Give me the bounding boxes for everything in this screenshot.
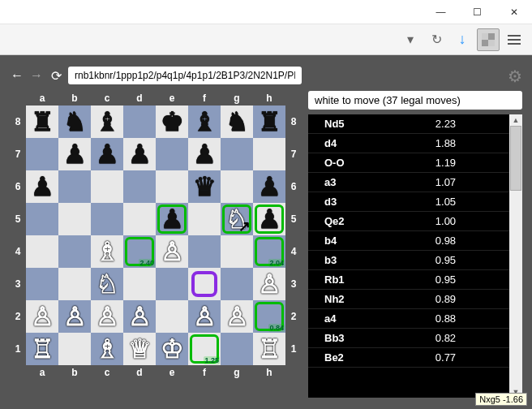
square-f6[interactable]: ♛ bbox=[188, 170, 221, 203]
white-r-piece[interactable]: ♖ bbox=[255, 334, 284, 364]
square-b4[interactable] bbox=[58, 235, 91, 268]
square-d5[interactable] bbox=[123, 203, 156, 235]
move-row[interactable]: Qe21.00 bbox=[308, 212, 509, 231]
square-b3[interactable] bbox=[58, 268, 91, 300]
black-p-piece[interactable]: ♟ bbox=[92, 140, 122, 169]
window-maximize-button[interactable]: ☐ bbox=[459, 0, 496, 24]
settings-gear-icon[interactable]: ⚙ bbox=[508, 67, 522, 86]
square-e2[interactable] bbox=[156, 300, 188, 333]
menu-icon[interactable] bbox=[503, 28, 526, 51]
nav-back-button[interactable]: ← bbox=[10, 68, 24, 83]
square-g2[interactable]: ♙ bbox=[221, 300, 253, 333]
square-g5[interactable]: ♘↖ bbox=[221, 203, 253, 235]
square-d4[interactable]: 2.40 bbox=[123, 235, 156, 268]
square-f5[interactable] bbox=[188, 203, 221, 235]
black-p-piece[interactable]: ♟ bbox=[28, 172, 57, 201]
white-n-piece[interactable]: ♘ bbox=[222, 204, 251, 234]
black-k-piece[interactable]: ♚ bbox=[157, 107, 187, 136]
square-g7[interactable] bbox=[221, 138, 253, 170]
nav-forward-button[interactable]: → bbox=[29, 68, 44, 83]
square-g4[interactable] bbox=[221, 235, 253, 268]
black-p-piece[interactable]: ♟ bbox=[255, 172, 284, 201]
chess-board[interactable]: abcdefgh8♜♞♝♚♝♞♜87♟♟♟♟76♟♛♟65♟♘↖♟54♗2.40… bbox=[10, 91, 300, 380]
square-h3[interactable]: ♙ bbox=[253, 268, 285, 300]
move-row[interactable]: Be20.77 bbox=[308, 348, 509, 368]
moves-scrollbar[interactable]: ▲ ▼ bbox=[509, 114, 522, 398]
square-c7[interactable]: ♟ bbox=[91, 138, 123, 170]
window-minimize-button[interactable]: — bbox=[423, 0, 459, 24]
moves-list[interactable]: Nd52.23d41.88O-O1.19a31.07d31.05Qe21.00b… bbox=[308, 114, 509, 398]
square-e8[interactable]: ♚ bbox=[156, 105, 188, 138]
square-g8[interactable]: ♞ bbox=[221, 105, 253, 138]
white-p-piece[interactable]: ♙ bbox=[125, 302, 154, 331]
square-h5[interactable]: ♟ bbox=[253, 203, 285, 235]
square-f2[interactable]: ♙ bbox=[188, 300, 221, 333]
square-e6[interactable] bbox=[156, 170, 188, 203]
square-f4[interactable] bbox=[188, 235, 221, 268]
square-a4[interactable] bbox=[26, 235, 58, 268]
black-p-piece[interactable]: ♟ bbox=[125, 140, 154, 169]
square-f8[interactable]: ♝ bbox=[188, 105, 221, 138]
square-c5[interactable] bbox=[91, 203, 123, 235]
white-k-piece[interactable]: ♔ bbox=[157, 334, 187, 364]
square-h7[interactable] bbox=[253, 138, 285, 170]
square-b7[interactable]: ♟ bbox=[58, 138, 91, 170]
window-close-button[interactable]: ✕ bbox=[496, 0, 532, 24]
square-d1[interactable]: ♕ bbox=[123, 333, 156, 365]
black-p-piece[interactable]: ♟ bbox=[255, 204, 284, 234]
reload-icon[interactable]: ↻ bbox=[425, 28, 448, 51]
square-h2[interactable]: 0.84 bbox=[253, 300, 285, 333]
black-p-piece[interactable]: ♟ bbox=[60, 140, 89, 169]
square-c1[interactable]: ♗ bbox=[91, 333, 123, 365]
black-b-piece[interactable]: ♝ bbox=[190, 107, 219, 136]
move-row[interactable]: b40.98 bbox=[308, 231, 509, 251]
white-n-piece[interactable]: ♘ bbox=[92, 269, 122, 299]
black-p-piece[interactable]: ♟ bbox=[190, 140, 219, 169]
square-h1[interactable]: ♖ bbox=[253, 333, 285, 365]
move-row[interactable]: b30.95 bbox=[308, 251, 509, 270]
square-d6[interactable] bbox=[123, 170, 156, 203]
white-p-piece[interactable]: ♙ bbox=[157, 237, 187, 266]
move-row[interactable]: Nd52.23 bbox=[308, 114, 509, 134]
square-e7[interactable] bbox=[156, 138, 188, 170]
square-a7[interactable] bbox=[26, 138, 58, 170]
black-n-piece[interactable]: ♞ bbox=[222, 107, 251, 136]
scroll-up-icon[interactable]: ▲ bbox=[509, 114, 522, 126]
move-row[interactable]: a40.88 bbox=[308, 309, 509, 329]
square-f3[interactable] bbox=[188, 268, 221, 300]
square-f7[interactable]: ♟ bbox=[188, 138, 221, 170]
square-c4[interactable]: ♗ bbox=[91, 235, 123, 268]
black-n-piece[interactable]: ♞ bbox=[60, 107, 89, 136]
square-b2[interactable]: ♙ bbox=[58, 300, 91, 333]
square-g3[interactable] bbox=[221, 268, 253, 300]
black-b-piece[interactable]: ♝ bbox=[92, 107, 122, 136]
square-a3[interactable] bbox=[26, 268, 58, 300]
square-a2[interactable]: ♙ bbox=[26, 300, 58, 333]
square-a8[interactable]: ♜ bbox=[26, 105, 58, 138]
move-row[interactable]: Nh20.89 bbox=[308, 290, 509, 309]
square-a6[interactable]: ♟ bbox=[26, 170, 58, 203]
square-b5[interactable] bbox=[58, 203, 91, 235]
square-f1[interactable]: 1.25 bbox=[188, 333, 221, 365]
square-d8[interactable] bbox=[123, 105, 156, 138]
white-p-piece[interactable]: ♙ bbox=[60, 302, 89, 331]
move-row[interactable]: Bb30.82 bbox=[308, 329, 509, 348]
extension-icon[interactable] bbox=[477, 28, 500, 51]
white-p-piece[interactable]: ♙ bbox=[28, 302, 57, 331]
black-q-piece[interactable]: ♛ bbox=[190, 172, 219, 201]
fen-input[interactable] bbox=[68, 67, 302, 84]
square-c2[interactable]: ♙ bbox=[91, 300, 123, 333]
dropdown-icon[interactable]: ▾ bbox=[399, 28, 422, 51]
white-p-piece[interactable]: ♙ bbox=[222, 302, 251, 331]
square-c6[interactable] bbox=[91, 170, 123, 203]
square-d2[interactable]: ♙ bbox=[123, 300, 156, 333]
square-e4[interactable]: ♙ bbox=[156, 235, 188, 268]
move-row[interactable]: a31.07 bbox=[308, 173, 509, 192]
download-icon[interactable]: ↓ bbox=[451, 28, 474, 51]
square-h8[interactable]: ♜ bbox=[253, 105, 285, 138]
square-c3[interactable]: ♘ bbox=[91, 268, 123, 300]
black-r-piece[interactable]: ♜ bbox=[255, 107, 284, 136]
square-e5[interactable]: ♟ bbox=[156, 203, 188, 235]
white-b-piece[interactable]: ♗ bbox=[92, 237, 122, 266]
square-a5[interactable] bbox=[26, 203, 58, 235]
